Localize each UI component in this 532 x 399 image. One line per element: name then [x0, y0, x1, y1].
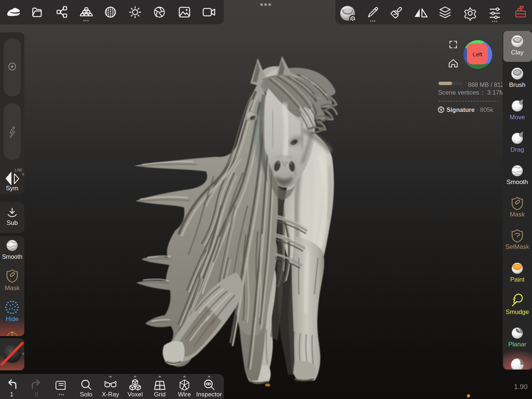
svg-text:Wire: Wire — [178, 391, 191, 398]
svg-text:L/W: L/W — [15, 168, 22, 172]
svg-text:Left: Left — [473, 51, 483, 57]
svg-text:Drag: Drag — [511, 146, 524, 153]
svg-text:868 MB / 812 MB: 868 MB / 812 MB — [468, 81, 503, 88]
svg-text:1: 1 — [10, 391, 14, 398]
svg-text:Sub: Sub — [7, 219, 18, 226]
svg-text:Signature: Signature — [447, 106, 475, 113]
svg-text:Smudge: Smudge — [505, 308, 529, 315]
svg-text:Voxel: Voxel — [127, 391, 143, 398]
svg-text:Move: Move — [510, 114, 525, 121]
svg-text:Mask: Mask — [5, 285, 20, 292]
svg-text:0: 0 — [35, 391, 38, 398]
svg-text:Sym: Sym — [6, 185, 18, 192]
svg-text:SelMask: SelMask — [505, 243, 529, 250]
svg-text:Grid: Grid — [154, 391, 166, 398]
svg-text:Smooth: Smooth — [507, 179, 528, 186]
svg-text:· 805k: · 805k — [476, 106, 494, 113]
svg-text:Planar: Planar — [508, 341, 526, 348]
svg-text:Mask: Mask — [510, 211, 525, 218]
svg-text:X-Ray: X-Ray — [102, 391, 119, 398]
svg-text:Clay: Clay — [511, 49, 524, 56]
svg-text:Smooth: Smooth — [2, 254, 22, 260]
svg-text:Scene vertices： 3.17M: Scene vertices： 3.17M — [438, 89, 503, 96]
svg-text:Inspector: Inspector — [196, 391, 222, 398]
svg-text:Brush: Brush — [509, 81, 525, 88]
svg-text:Paint: Paint — [510, 276, 525, 283]
svg-text:Hide: Hide — [6, 315, 19, 322]
svg-text:Solo: Solo — [80, 391, 92, 398]
